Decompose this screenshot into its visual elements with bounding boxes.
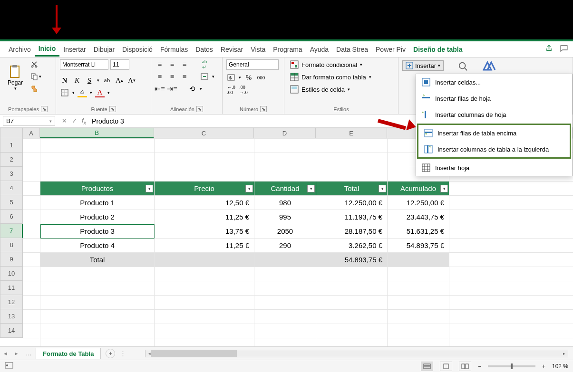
row-header-3[interactable]: 3 <box>0 167 23 181</box>
table-cell[interactable]: 51.631,25 € <box>388 224 449 239</box>
copy-button[interactable]: ▾ <box>29 72 42 81</box>
tab-ayuda[interactable]: Ayuda <box>306 43 332 56</box>
italic-button[interactable]: K <box>72 76 82 85</box>
table-header[interactable]: Precio <box>155 182 254 196</box>
sheet-nav-next[interactable]: ▸ <box>11 350 22 357</box>
conditional-format-button[interactable]: Formato condicional ▾ <box>288 59 373 70</box>
enter-formula-icon[interactable]: ✓ <box>72 117 77 124</box>
col-header-E[interactable]: E <box>316 128 387 138</box>
zoom-level[interactable]: 102 % <box>552 363 568 370</box>
bold-button[interactable]: N <box>60 76 69 85</box>
insert-cells-item[interactable]: Insertar celdas... <box>416 74 572 90</box>
row-header-10[interactable]: 10 <box>0 267 23 281</box>
tab-dibujar[interactable]: Dibujar <box>90 43 118 56</box>
fill-color-button[interactable] <box>78 88 87 97</box>
row-header-5[interactable]: 5 <box>0 195 23 210</box>
tab-powerpivot[interactable]: Power Piv <box>372 43 409 56</box>
fx-icon[interactable]: fx <box>82 117 86 125</box>
table-cell[interactable]: 2050 <box>254 224 316 239</box>
table-cell[interactable]: 11.193,75 € <box>316 210 388 224</box>
table-header[interactable]: Cantidad <box>254 182 316 196</box>
table-cell[interactable]: Producto 3 <box>40 224 155 239</box>
grow-font-button[interactable]: A▴ <box>115 76 124 85</box>
table-cell[interactable]: Producto 4 <box>40 239 155 253</box>
filter-button[interactable] <box>245 185 253 192</box>
horizontal-scrollbar[interactable]: ◂ ▸ <box>145 350 568 357</box>
decrease-decimal-button[interactable]: .00→.0 <box>239 85 248 95</box>
tab-archivo[interactable]: Archivo <box>5 43 35 56</box>
table-cell[interactable]: Producto 2 <box>40 210 155 224</box>
row-header-9[interactable]: 9 <box>0 252 23 267</box>
font-color-button[interactable]: A <box>95 88 105 97</box>
format-painter-button[interactable] <box>29 84 42 94</box>
font-name-select[interactable] <box>60 59 108 70</box>
tab-insertar[interactable]: Insertar <box>59 43 89 56</box>
tab-revisar[interactable]: Revisar <box>217 43 247 56</box>
col-header-A[interactable]: A <box>23 128 40 138</box>
col-header-C[interactable]: C <box>154 128 254 138</box>
align-right-button[interactable]: ≡ <box>180 72 189 81</box>
percent-button[interactable]: % <box>244 73 253 82</box>
insert-sheet-cols-item[interactable]: Insertar columnas de hoja <box>416 106 572 123</box>
tab-disposicion[interactable]: Disposició <box>118 43 156 56</box>
insert-sheet-item[interactable]: Insertar hoja <box>416 160 572 176</box>
paste-button[interactable]: Pegar ▾ <box>4 59 27 96</box>
insert-table-cols-item[interactable]: Insertar columnas de tabla a la izquierd… <box>418 141 570 157</box>
zoom-out-button[interactable]: − <box>478 363 481 370</box>
align-bottom-button[interactable]: ≡ <box>180 59 189 69</box>
table-total-cell[interactable] <box>388 253 449 267</box>
dialog-launcher-icon[interactable]: ⬊ <box>196 106 203 112</box>
underline-button[interactable]: S <box>85 76 94 85</box>
cell-styles-button[interactable]: Estilos de celda ▾ <box>288 84 373 95</box>
row-header-14[interactable]: 14 <box>0 324 23 338</box>
comma-button[interactable]: 000 <box>256 73 266 82</box>
shrink-font-button[interactable]: A▾ <box>127 76 136 85</box>
row-header-1[interactable]: 1 <box>0 138 23 153</box>
table-header[interactable]: Productos <box>40 182 155 196</box>
table-header[interactable]: Acumulado <box>388 182 449 196</box>
increase-decimal-button[interactable]: ←.0.00 <box>226 85 236 95</box>
table-cell[interactable]: 995 <box>254 210 316 224</box>
row-header-11[interactable]: 11 <box>0 281 23 295</box>
table-cell[interactable]: 11,25 € <box>155 239 254 253</box>
add-sheet-button[interactable]: + <box>106 349 115 358</box>
tab-datastreamer[interactable]: Data Strea <box>332 43 372 56</box>
format-as-table-button[interactable]: Dar formato como tabla ▾ <box>288 72 373 82</box>
table-cell[interactable]: 12,50 € <box>155 196 254 210</box>
table-cell[interactable]: 11,25 € <box>155 210 254 224</box>
dialog-launcher-icon[interactable]: ⬊ <box>260 106 267 112</box>
col-header-D[interactable]: D <box>254 128 316 138</box>
sheet-nav-prev[interactable]: ◂ <box>0 350 11 357</box>
table-cell[interactable]: 12.250,00 € <box>316 196 388 210</box>
dialog-launcher-icon[interactable]: ⬊ <box>41 106 48 112</box>
table-cell[interactable]: 12.250,00 € <box>388 196 449 210</box>
cancel-formula-icon[interactable]: ✕ <box>62 117 67 124</box>
share-icon[interactable] <box>545 44 554 54</box>
page-break-view-button[interactable] <box>459 362 471 371</box>
align-top-button[interactable]: ≡ <box>155 59 165 69</box>
comments-icon[interactable] <box>560 44 568 54</box>
zoom-slider[interactable] <box>488 365 535 367</box>
tab-programador[interactable]: Programa <box>269 43 306 56</box>
dialog-launcher-icon[interactable]: ⬊ <box>109 106 116 112</box>
name-box[interactable]: B7▾ <box>3 116 55 126</box>
accounting-button[interactable]: $ <box>226 73 236 82</box>
insert-sheet-rows-item[interactable]: Insertar filas de hoja <box>416 90 572 106</box>
table-cell[interactable]: 28.187,50 € <box>316 224 388 239</box>
filter-button[interactable] <box>440 185 448 192</box>
normal-view-button[interactable] <box>421 362 433 371</box>
align-center-button[interactable]: ≡ <box>167 72 177 81</box>
strike-button[interactable]: ab <box>102 76 112 85</box>
page-layout-view-button[interactable] <box>440 362 452 371</box>
borders-button[interactable] <box>60 88 69 97</box>
row-header-2[interactable]: 2 <box>0 153 23 167</box>
table-header[interactable]: Total <box>316 182 388 196</box>
increase-indent-button[interactable]: ⇥≡ <box>167 84 177 94</box>
search-icon[interactable] <box>458 61 468 74</box>
row-header-6[interactable]: 6 <box>0 210 23 224</box>
record-macro-icon[interactable] <box>5 362 13 370</box>
tab-formulas[interactable]: Fórmulas <box>156 43 192 56</box>
table-total-cell[interactable] <box>155 253 254 267</box>
number-format-select[interactable] <box>226 59 279 70</box>
table-cell[interactable]: 23.443,75 € <box>388 210 449 224</box>
